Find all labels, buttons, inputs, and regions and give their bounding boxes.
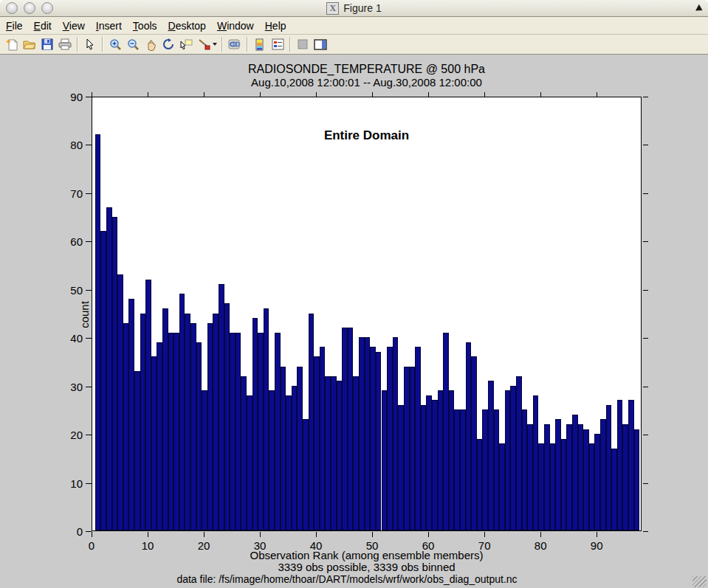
y-tick-right	[643, 387, 648, 387]
bar-rank-21	[207, 323, 213, 530]
bar-rank-15	[173, 333, 179, 530]
show-plot-tools-icon[interactable]	[312, 36, 329, 52]
bar-rank-53	[387, 347, 393, 530]
bar-rank-42	[325, 376, 331, 530]
x-tick-label: 80	[526, 539, 555, 552]
bar-rank-76	[516, 376, 522, 530]
x-tick-label: 70	[470, 539, 499, 552]
zoom-out-icon[interactable]	[125, 36, 141, 52]
x-tick	[148, 532, 148, 537]
bar-rank-71	[488, 381, 494, 530]
bar-rank-9	[140, 314, 146, 531]
x-tick-label: 20	[189, 539, 219, 552]
y-tick-label: 40	[53, 332, 83, 345]
y-tick	[86, 145, 92, 145]
bar-rank-37	[297, 367, 303, 531]
bar-rank-91	[600, 419, 606, 530]
y-tick-right	[643, 290, 648, 291]
insert-legend-icon[interactable]	[269, 36, 286, 52]
menu-edit[interactable]: Edit	[34, 20, 52, 32]
bar-rank-56	[404, 367, 410, 531]
bar-rank-5	[117, 274, 123, 530]
bar-rank-38	[303, 419, 309, 530]
x-tick-top	[597, 92, 597, 97]
bar-rank-97	[634, 429, 640, 530]
x-tick	[316, 532, 317, 537]
bar-rank-28	[247, 395, 252, 530]
save-figure-icon[interactable]	[39, 36, 55, 52]
bar-rank-33	[275, 333, 281, 530]
x-tick-label: 90	[582, 539, 611, 552]
bar-rank-80	[538, 443, 544, 530]
bar-rank-44	[337, 381, 343, 530]
bar-rank-17	[185, 314, 190, 531]
menu-window[interactable]: Window	[217, 20, 254, 32]
link-plot-icon[interactable]	[227, 36, 243, 52]
menu-file[interactable]: File	[6, 20, 23, 32]
x-tick-top	[260, 92, 261, 97]
y-tick-label: 70	[53, 187, 83, 200]
y-tick-right	[643, 483, 648, 484]
hide-plot-tools-icon[interactable]	[295, 36, 311, 52]
bar-rank-45	[342, 328, 348, 530]
y-tick-right	[643, 145, 648, 145]
bar-rank-20	[202, 390, 207, 530]
y-tick-label: 0	[53, 525, 83, 538]
bar-rank-34	[281, 367, 286, 531]
pan-icon[interactable]	[142, 36, 159, 52]
y-tick-label: 10	[53, 477, 83, 490]
new-figure-icon[interactable]	[4, 36, 20, 52]
bar-rank-23	[219, 284, 224, 530]
toolbar-separator	[221, 37, 223, 52]
bar-rank-50	[370, 347, 376, 530]
x-tick	[484, 532, 485, 537]
x-tick-label: 0	[77, 539, 106, 552]
x-tick-label: 50	[357, 539, 387, 552]
bar-rank-68	[471, 356, 477, 530]
x-tick-label: 10	[133, 539, 162, 552]
x-tick-top	[316, 92, 317, 97]
menu-view[interactable]: View	[63, 20, 85, 32]
x11-app-icon: X	[326, 2, 339, 15]
bar-rank-52	[382, 390, 388, 530]
brush-data-icon[interactable]	[196, 36, 212, 52]
bar-rank-88	[583, 429, 589, 530]
print-figure-icon[interactable]	[57, 36, 73, 52]
y-tick-label: 80	[53, 139, 83, 151]
y-tick-right	[643, 531, 648, 532]
edit-plot-icon[interactable]	[82, 36, 98, 52]
bar-rank-29	[252, 318, 258, 530]
bar-rank-43	[331, 376, 337, 530]
bar-rank-95	[622, 424, 628, 530]
open-file-icon[interactable]	[21, 36, 38, 52]
bar-rank-13	[162, 308, 168, 530]
title-bar[interactable]: X Figure 1	[0, 0, 708, 17]
menu-desktop[interactable]: Desktop	[168, 20, 206, 32]
brush-dropdown-arrow[interactable]	[213, 43, 217, 46]
y-tick-right	[643, 193, 648, 194]
window-resize-grip[interactable]	[692, 576, 707, 587]
menu-bar: FileEditViewInsertToolsDesktopWindowHelp	[0, 17, 708, 35]
bar-rank-11	[151, 356, 157, 530]
figure-toolbar	[0, 35, 708, 55]
bar-rank-63	[443, 333, 449, 530]
bar-rank-48	[359, 337, 365, 530]
menu-help[interactable]: Help	[265, 20, 286, 32]
y-tick	[86, 387, 92, 387]
bar-rank-26	[236, 333, 241, 530]
bar-rank-6	[123, 323, 129, 530]
bar-rank-14	[168, 333, 174, 530]
bar-rank-16	[179, 294, 185, 530]
bar-rank-67	[466, 342, 472, 530]
bar-rank-62	[438, 390, 444, 530]
menu-tools[interactable]: Tools	[133, 20, 157, 32]
data-cursor-icon[interactable]	[178, 36, 194, 52]
zoom-in-icon[interactable]	[107, 36, 123, 52]
menu-insert[interactable]: Insert	[96, 20, 122, 32]
x-tick	[372, 532, 373, 537]
bar-rank-72	[494, 409, 500, 530]
bar-rank-69	[477, 439, 483, 530]
insert-colorbar-icon[interactable]	[252, 36, 268, 52]
rotate-3d-icon[interactable]	[160, 36, 176, 52]
bar-rank-82	[550, 443, 556, 530]
